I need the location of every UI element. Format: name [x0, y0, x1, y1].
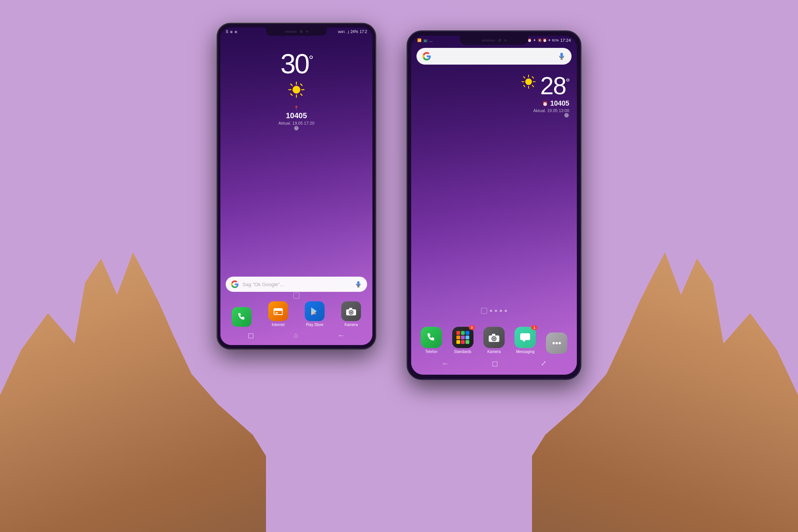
messaging-badge: 1: [531, 325, 537, 330]
clock-icon-right: 🕐: [521, 113, 569, 118]
playstore-svg: [309, 306, 320, 317]
time-left: 17:2: [360, 30, 367, 34]
search-bar-left[interactable]: Sag "Ok Google"...: [226, 277, 367, 292]
svg-line-7: [301, 84, 302, 86]
app-messaging-right[interactable]: 1 Messaging: [515, 327, 536, 354]
search-bar-right[interactable]: [416, 48, 572, 65]
kamera-svg-right: [488, 332, 500, 343]
standards-grid: [456, 331, 469, 344]
home-dot: [293, 293, 299, 299]
earpiece: [285, 31, 297, 33]
kamera-label-right: Kamera: [487, 350, 500, 354]
recent-apps-btn-left[interactable]: ◻: [248, 331, 254, 340]
more-icon-right: ...: [429, 38, 432, 43]
alarm-icon-weather: ⏰: [542, 101, 548, 106]
back-btn-left[interactable]: ←: [337, 331, 345, 340]
power-button-right[interactable]: [581, 115, 581, 145]
volume-up-button[interactable]: [217, 92, 217, 111]
app-dock-right: Telefon: [411, 327, 577, 354]
phone-right-screen: 📶 📺 ... 🔕 ⏰ ✈ 🔇 ⏰ ✈ 91% 17:24: [411, 36, 577, 375]
power-button[interactable]: [375, 100, 376, 126]
phone-icon: [232, 307, 252, 327]
svg-line-25: [523, 77, 525, 78]
messaging-svg: [519, 332, 531, 343]
messaging-icon: 1: [515, 327, 536, 348]
playstore-label: Play Store: [306, 323, 323, 327]
phones-container: S ⊕ ⊗ WiFi ..| 24% 17:2 30°: [217, 23, 581, 380]
app-camera-left[interactable]: Kamera: [341, 301, 361, 327]
messaging-label: Messaging: [516, 350, 534, 354]
svg-line-5: [291, 84, 292, 86]
svg-point-16: [350, 312, 352, 314]
svg-rect-13: [276, 312, 278, 314]
google-logo-right: [423, 52, 431, 60]
kamera-icon-right: [483, 327, 505, 348]
left-notch: [266, 27, 327, 36]
battery-right: 🔇 ⏰ ✈ 91%: [538, 38, 559, 42]
page-dot-2: [490, 310, 492, 312]
update-time-right: Aktual. 19.05 13:00: [521, 108, 569, 113]
app-kamera-right[interactable]: Kamera: [483, 327, 505, 354]
internet-label: Internet: [272, 323, 285, 327]
back-btn-right[interactable]: ←: [442, 359, 449, 368]
location-code-right: 10405: [550, 100, 569, 108]
wifi-icon-right: 📶: [417, 38, 421, 42]
svg-point-31: [493, 338, 495, 340]
svg-line-8: [291, 94, 292, 95]
mic-icon-right[interactable]: [558, 52, 565, 60]
volume-down-button-right[interactable]: [407, 134, 407, 155]
airplane-icon: ✈: [533, 38, 536, 42]
app-telefon-right[interactable]: Telefon: [421, 327, 442, 354]
wifi-icon: WiFi: [338, 30, 345, 34]
app-playstore-left[interactable]: Play Store: [305, 301, 325, 327]
standards-label: Standards: [454, 350, 472, 354]
sun-icon-right: [521, 74, 537, 90]
weather-widget-left: 30° 📍: [220, 50, 372, 131]
page-indicators-right: [411, 308, 577, 314]
volume-down-button[interactable]: [217, 117, 217, 136]
location-pin-left: 📍: [220, 106, 372, 111]
telefon-label: Telefon: [425, 350, 437, 354]
standards-badge: 3: [469, 325, 475, 330]
page-dot-4: [500, 310, 502, 312]
internet-svg: [272, 306, 284, 317]
earpiece-right: [481, 40, 495, 41]
telefon-svg: [426, 332, 437, 343]
mic-icon-left[interactable]: [355, 281, 362, 288]
search-placeholder-left: Sag "Ok Google"...: [242, 282, 351, 287]
clock-icon-left: 🕐: [220, 126, 372, 131]
nav-bar-right: ← ◻ ⤢: [411, 356, 577, 375]
app-phone-left[interactable]: [232, 307, 252, 327]
location-code-left: 10405: [220, 111, 372, 120]
recent-apps-btn-right[interactable]: ◻: [492, 359, 498, 368]
google-logo-left: [231, 280, 239, 288]
temperature-right: 28°: [540, 74, 569, 98]
right-notch: [460, 36, 528, 45]
temperature-left: 30°: [220, 50, 372, 78]
cloud-icon: ⊕: [230, 30, 233, 34]
camera-svg-left: [345, 306, 357, 316]
signal-icon: ..|: [346, 30, 349, 34]
nav-bar-left: ◻ ⌂ ←: [220, 328, 372, 345]
app-internet-left[interactable]: Internet: [268, 301, 288, 327]
s-icon: S: [226, 30, 228, 34]
home-btn-right[interactable]: ⤢: [541, 359, 546, 367]
svg-rect-12: [274, 309, 282, 311]
sensor-right: [504, 39, 507, 41]
front-camera: [300, 30, 303, 33]
camera-label-left: Kamera: [344, 323, 358, 327]
status-icons-right-right: 🔕 ⏰ ✈ 🔇 ⏰ ✈ 91% 17:24: [522, 38, 571, 43]
home-btn-left[interactable]: ⌂: [294, 331, 298, 339]
camera-icon-left: [341, 301, 361, 321]
playstore-icon: [305, 301, 325, 321]
svg-point-34: [553, 342, 555, 344]
volume-up-button-right[interactable]: [407, 107, 407, 128]
status-icons-right-left: 📶 📺 ...: [417, 38, 432, 43]
svg-line-26: [532, 86, 534, 87]
more-icon-right: [546, 332, 567, 354]
app-more-right[interactable]: [546, 332, 567, 354]
app-standards-right[interactable]: 3 Standards: [452, 327, 473, 354]
svg-point-35: [556, 342, 558, 344]
app-dock-left: Internet Play Store: [220, 301, 372, 327]
svg-point-0: [293, 86, 300, 93]
